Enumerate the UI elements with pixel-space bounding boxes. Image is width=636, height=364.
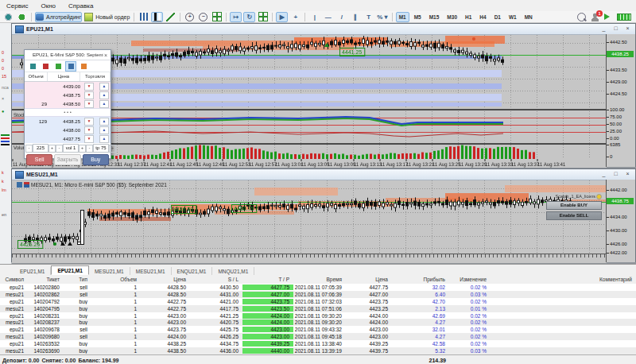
- community-icon[interactable]: [16, 12, 28, 22]
- ticks-mode-icon[interactable]: [65, 61, 76, 72]
- price-scale[interactable]: 4442.504433.504429.004424.50100.0075.005…: [606, 34, 635, 167]
- spinner-decrement-button[interactable]: -: [25, 145, 33, 153]
- minimize-button[interactable]: _: [598, 169, 610, 179]
- spinner-value[interactable]: 225: [33, 144, 48, 153]
- table-row[interactable]: mesu21140204795buy14422.754417.754423.50…: [0, 305, 636, 312]
- dom-price-cell[interactable]: 4439.00: [48, 84, 83, 89]
- buy-arrow-button[interactable]: ▲: [99, 83, 109, 91]
- close-button[interactable]: ×: [622, 169, 634, 179]
- chart-tab-mesu21,m1[interactable]: MESU21,M1: [130, 267, 172, 275]
- timeframe-h4[interactable]: H4: [476, 12, 489, 22]
- sell-arrow-button[interactable]: ▼: [84, 100, 94, 108]
- price-scale[interactable]: 4442.004434.004430.004426.004422.004438.…: [606, 180, 635, 262]
- dom-close-icon[interactable]: ×: [103, 52, 108, 58]
- objects-dropdown[interactable]: % ▾: [376, 12, 388, 22]
- spinner-increment-button[interactable]: +: [109, 145, 116, 153]
- timeframe-w1[interactable]: W1: [506, 12, 520, 22]
- text-icon[interactable]: T: [363, 12, 374, 22]
- menu-item-справка[interactable]: Справка: [62, 2, 99, 10]
- buy-arrow-button[interactable]: ▲: [99, 118, 109, 126]
- column-header[interactable]: Цена: [346, 277, 392, 282]
- sell-arrow-button[interactable]: ▼: [84, 83, 94, 91]
- table-row[interactable]: mesu21140263690buy14438.504436.004440.00…: [0, 347, 636, 354]
- menu-item-окно[interactable]: Окно: [34, 2, 62, 10]
- vertical-line-icon[interactable]: |: [308, 12, 320, 22]
- dom-price-cell[interactable]: 4438.50: [48, 102, 83, 106]
- templates-icon[interactable]: [257, 12, 269, 22]
- dom-titlebar[interactable]: EPU21, E-Mini S&P 500: Septembe... ×: [25, 50, 111, 60]
- table-row[interactable]: mesu21140202862sell14428.504431.004427.0…: [0, 291, 636, 298]
- table-row[interactable]: mesu21140209680sell14424.004426.254423.0…: [0, 333, 636, 340]
- accounts-icon[interactable]: [2, 12, 14, 22]
- chart-canvas-mesu21[interactable]: [12, 180, 607, 254]
- buy-arrow-button[interactable]: ▲: [99, 135, 109, 143]
- column-header[interactable]: Цена: [141, 277, 190, 282]
- close-button[interactable]: ×: [622, 24, 634, 33]
- search-button[interactable]: [576, 12, 588, 22]
- column-header[interactable]: Тип: [64, 277, 91, 282]
- maximize-button[interactable]: □: [610, 24, 622, 33]
- buy-arrow-button[interactable]: ▲: [99, 100, 109, 108]
- algo-trading-button[interactable]: Алготрейдинг: [35, 12, 82, 22]
- spinner-decrement-button[interactable]: -: [56, 145, 63, 153]
- timeframe-m15[interactable]: M15: [426, 12, 443, 22]
- sell-arrow-button[interactable]: ▼: [84, 91, 94, 99]
- buy-arrow-button[interactable]: ▲: [99, 91, 109, 99]
- chart-tab-enqu21,m1[interactable]: ENQU21,M1: [172, 267, 213, 275]
- zoom-out-icon[interactable]: −: [197, 12, 209, 22]
- enable-buy-button[interactable]: Enable BUY: [546, 201, 602, 210]
- sell-arrow-button[interactable]: ▼: [84, 126, 94, 134]
- table-row[interactable]: epu21140263532buy14438.254434.754439.252…: [0, 340, 636, 347]
- line-chart-icon[interactable]: [165, 12, 176, 22]
- cursor-icon[interactable]: ▶: [276, 12, 288, 22]
- buy-button[interactable]: Buy: [83, 154, 109, 165]
- column-header[interactable]: Прибыль: [392, 277, 449, 282]
- horizontal-line-icon[interactable]: —: [322, 12, 334, 22]
- depth-mode-icon[interactable]: [52, 61, 64, 72]
- enable-sell-button[interactable]: Enable SELL: [546, 211, 602, 220]
- dom-price-cell[interactable]: 4437.75: [48, 137, 83, 141]
- table-row[interactable]: epu21140208231buy14423.004421.254424.002…: [0, 312, 636, 319]
- spinner-increment-button[interactable]: +: [48, 145, 56, 153]
- spinner-value[interactable]: tp 75: [93, 144, 109, 153]
- column-header[interactable]: Символ: [0, 277, 28, 282]
- dom-price-row[interactable]: 1294438.25▼▲: [25, 117, 111, 126]
- column-header[interactable]: Объем: [91, 277, 141, 282]
- chart-tab-mesu21,m1[interactable]: MESU21,M1: [89, 267, 130, 275]
- column-header[interactable]: Комментарий: [491, 277, 636, 282]
- sell-button[interactable]: Sell: [26, 154, 52, 165]
- alerts-mode-icon[interactable]: [40, 61, 51, 72]
- spinner-increment-button[interactable]: +: [79, 145, 86, 153]
- crosshair-icon[interactable]: +: [289, 12, 301, 22]
- column-header[interactable]: S / L: [190, 277, 242, 282]
- column-header[interactable]: Тикет: [28, 277, 64, 282]
- maximize-button[interactable]: □: [610, 169, 622, 179]
- menu-item-сервис[interactable]: Сервис: [0, 2, 34, 10]
- timeframe-m1[interactable]: M1: [396, 12, 409, 22]
- buy-arrow-button[interactable]: ▲: [99, 126, 109, 134]
- sell-arrow-button[interactable]: ▼: [84, 118, 94, 126]
- candlestick-chart-icon[interactable]: [151, 12, 163, 22]
- dom-price-row[interactable]: 4438.75▼▲: [25, 91, 111, 99]
- spinner-decrement-button[interactable]: -: [86, 145, 93, 153]
- auto-scroll-icon[interactable]: ↻: [243, 12, 255, 22]
- minimize-button[interactable]: _: [598, 24, 610, 33]
- sell-arrow-button[interactable]: ▼: [84, 135, 94, 143]
- timeframe-m5[interactable]: M5: [411, 12, 425, 22]
- chart-tab-mnqu21,m1[interactable]: MNQU21,M1: [212, 267, 254, 275]
- dom-price-cell[interactable]: 4438.00: [48, 128, 83, 133]
- trendline-icon[interactable]: /: [335, 12, 347, 22]
- column-header[interactable]: Время: [293, 277, 346, 282]
- new-order-button[interactable]: Новый ордер: [83, 12, 130, 22]
- dom-price-row[interactable]: 4439.00▼▲: [25, 82, 111, 91]
- chart-tab-epu21,m1[interactable]: EPU21,M1: [51, 265, 88, 275]
- column-header[interactable]: Изменение: [449, 277, 491, 282]
- time-axis-scrollbar[interactable]: [12, 254, 607, 263]
- dom-price-row[interactable]: 294438.50▼▲: [25, 99, 111, 108]
- trade-mode-icon[interactable]: [78, 61, 89, 72]
- dom-price-row[interactable]: 4438.00▼▲: [25, 126, 111, 134]
- shift-end-icon[interactable]: ↦: [230, 12, 242, 22]
- timeframe-d1[interactable]: D1: [491, 12, 504, 22]
- dom-price-cell[interactable]: 4438.75: [48, 93, 83, 98]
- chart-window-titlebar[interactable]: EPU21,M1 _□×: [12, 24, 635, 35]
